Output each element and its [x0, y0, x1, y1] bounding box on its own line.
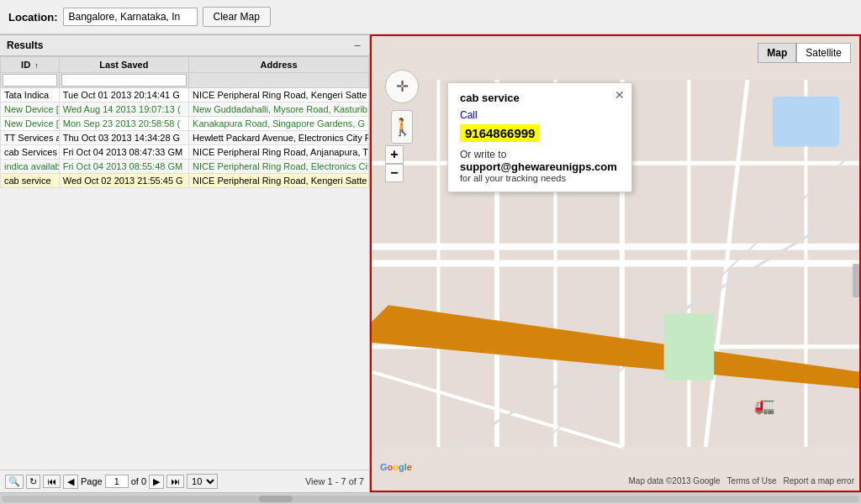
- cell-address: New Guddadahalli, Mysore Road, Kasturib: [189, 102, 369, 117]
- cell-saved: Fri Oct 04 2013 08:47:33 GM: [59, 145, 188, 160]
- next-page-button[interactable]: ▶: [149, 475, 164, 489]
- results-tbody: Tata IndicaTue Oct 01 2013 20:14:41 GNIC…: [1, 88, 369, 188]
- svg-line-12: [372, 372, 622, 447]
- popup-write-label: Or write to: [460, 149, 620, 160]
- first-page-button[interactable]: ⏮: [43, 475, 61, 488]
- bottom-scrollbar[interactable]: [0, 492, 861, 504]
- cell-id: Tata Indica: [1, 88, 60, 102]
- collapse-button[interactable]: −: [352, 39, 362, 52]
- popup-tagline: for all your tracking needs: [460, 173, 620, 183]
- pagination-left: 🔍 ↻ ⏮ ◀ Page of 0 ▶ ⏭ 10 25 50: [5, 474, 218, 489]
- page-label: Page: [81, 476, 103, 486]
- cell-saved: Wed Aug 14 2013 19:07:13 (: [59, 102, 188, 117]
- results-table: ID ↑ Last Saved Address Tata IndicaTue O…: [0, 56, 369, 188]
- header: Location: Clear Map: [0, 0, 861, 34]
- cell-id: TT Services available: [1, 131, 60, 145]
- map-type-controls: Map Satellite: [758, 43, 851, 63]
- cell-id: New Device [401928]: [1, 117, 60, 131]
- popup-phone: 9164866999: [460, 124, 540, 142]
- map-panel[interactable]: Map Satellite ✛ 🚶 + − 📡 GPS forNetbook 🚛: [370, 34, 861, 492]
- map-type-satellite-button[interactable]: Satellite: [796, 43, 851, 63]
- scrollbar-track: [2, 496, 859, 502]
- report-map-error-link[interactable]: Report a map error: [784, 476, 854, 486]
- col-saved-header[interactable]: Last Saved: [59, 57, 188, 73]
- cell-address: NICE Peripheral Ring Road, Kengeri Satte: [189, 88, 369, 102]
- page-input[interactable]: [105, 475, 129, 488]
- results-title: Results: [7, 39, 43, 51]
- zoom-in-button[interactable]: +: [385, 145, 404, 164]
- svg-rect-17: [664, 313, 715, 380]
- cell-saved: Thu Oct 03 2013 14:34:28 G: [59, 131, 188, 145]
- svg-marker-15: [372, 305, 859, 388]
- location-label: Location:: [8, 11, 58, 24]
- map-data-text: Map data ©2013 Google: [628, 476, 720, 486]
- zoom-out-button[interactable]: −: [385, 164, 404, 182]
- cell-saved: Fri Oct 04 2013 08:55:48 GM: [59, 160, 188, 174]
- prev-page-button[interactable]: ◀: [63, 475, 78, 489]
- table-row[interactable]: TT Services availableThu Oct 03 2013 14:…: [1, 131, 369, 145]
- search-button[interactable]: 🔍: [5, 475, 24, 489]
- terms-of-use-link[interactable]: Terms of Use: [727, 476, 777, 486]
- popup-call-label: Call: [460, 109, 478, 121]
- truck-marker: 🚛: [754, 395, 775, 415]
- google-logo: Google: [380, 462, 412, 472]
- table-row[interactable]: indica availableFri Oct 04 2013 08:55:48…: [1, 160, 369, 174]
- filter-id-input[interactable]: [3, 74, 57, 87]
- main-area: Results − ID ↑ Last Saved Address: [0, 34, 861, 492]
- cell-address: NICE Peripheral Ring Road, Anjanapura, T: [189, 145, 369, 160]
- left-panel: Results − ID ↑ Last Saved Address: [0, 34, 370, 492]
- svg-line-5: [705, 80, 747, 447]
- pan-control[interactable]: ✛: [385, 70, 419, 103]
- cell-address: NICE Peripheral Ring Road, Electronics C…: [189, 160, 369, 174]
- street-view-icon[interactable]: 🚶: [391, 110, 413, 144]
- location-input[interactable]: [63, 8, 198, 26]
- refresh-button[interactable]: ↻: [26, 475, 40, 489]
- table-row[interactable]: cab serviceWed Oct 02 2013 21:55:45 GNIC…: [1, 174, 369, 188]
- pagination-icons: 🔍 ↻: [5, 475, 40, 489]
- table-row[interactable]: New Device [401928]Mon Sep 23 2013 20:58…: [1, 117, 369, 131]
- svg-line-13: [455, 205, 859, 447]
- table-header-row: ID ↑ Last Saved Address: [1, 57, 369, 73]
- cell-address: Hewlett Packard Avenue, Electronics City…: [189, 131, 369, 145]
- col-id-header[interactable]: ID ↑: [1, 57, 60, 73]
- cell-id: New Device [250076]: [1, 102, 60, 117]
- per-page-select[interactable]: 10 25 50: [187, 474, 218, 489]
- clear-map-button[interactable]: Clear Map: [203, 7, 271, 27]
- results-header: Results −: [0, 34, 369, 56]
- table-container: ID ↑ Last Saved Address Tata IndicaTue O…: [0, 56, 369, 470]
- table-row[interactable]: cab Services availableFri Oct 04 2013 08…: [1, 145, 369, 160]
- view-count: View 1 - 7 of 7: [305, 476, 364, 486]
- map-type-map-button[interactable]: Map: [758, 43, 796, 63]
- cell-saved: Mon Sep 23 2013 20:58:58 (: [59, 117, 188, 131]
- popup-title: cab service: [460, 92, 620, 104]
- svg-rect-16: [773, 97, 839, 147]
- popup-email[interactable]: support@ghewareunigps.com: [460, 160, 620, 173]
- map-footer: Map data ©2013 Google Terms of Use Repor…: [628, 476, 854, 486]
- filter-saved-input[interactable]: [61, 74, 187, 87]
- table-row[interactable]: Tata IndicaTue Oct 01 2013 20:14:41 GNIC…: [1, 88, 369, 102]
- cell-address: Kanakapura Road, Singapore Gardens, G: [189, 117, 369, 131]
- col-addr-header[interactable]: Address: [189, 57, 369, 73]
- scrollbar-thumb[interactable]: [259, 496, 293, 502]
- cell-id: cab Services available: [1, 145, 60, 160]
- last-page-button[interactable]: ⏭: [166, 475, 184, 488]
- pagination: 🔍 ↻ ⏮ ◀ Page of 0 ▶ ⏭ 10 25 50: [0, 470, 369, 492]
- popup-close-button[interactable]: ✕: [615, 88, 625, 102]
- table-row[interactable]: New Device [250076]Wed Aug 14 2013 19:07…: [1, 102, 369, 117]
- info-popup: cab service ✕ Call 9164866999 Or write t…: [447, 82, 632, 192]
- map-nav: ✛ 🚶: [385, 70, 419, 144]
- zoom-controls: + −: [385, 145, 404, 182]
- of-label: of 0: [131, 476, 146, 486]
- cell-saved: Wed Oct 02 2013 21:55:45 G: [59, 174, 188, 188]
- cell-id: cab service: [1, 174, 60, 188]
- cell-address: NICE Peripheral Ring Road, Kengeri Satte: [189, 174, 369, 188]
- cell-id: indica available: [1, 160, 60, 174]
- cell-saved: Tue Oct 01 2013 20:14:41 G: [59, 88, 188, 102]
- resize-handle[interactable]: [853, 264, 859, 297]
- filter-row: [1, 73, 369, 88]
